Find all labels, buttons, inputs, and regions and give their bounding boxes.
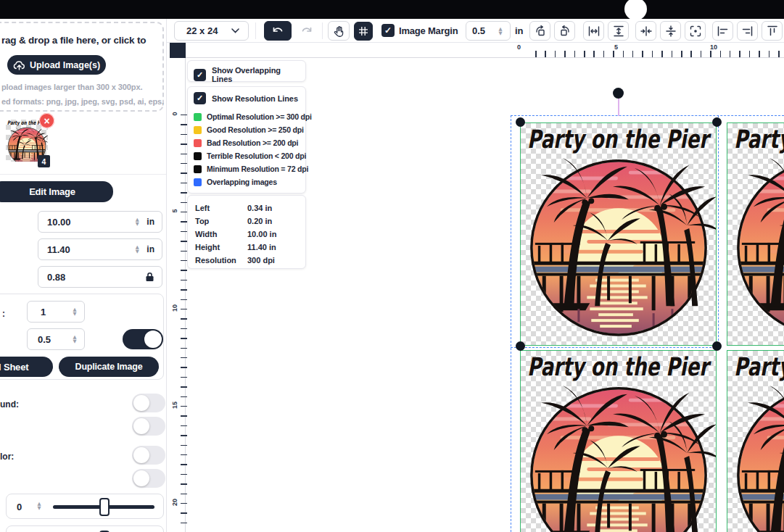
align-right-icon [742, 26, 753, 36]
spinner-down-icon[interactable]: ▼ [136, 249, 139, 254]
divider [0, 174, 167, 175]
selection-bottom-edge [511, 347, 719, 348]
center-vertical-button[interactable] [660, 21, 681, 41]
resize-handle-top-left[interactable] [516, 117, 525, 127]
image-margin-checkbox[interactable]: ✓ [381, 24, 395, 37]
info-row: Width 10.00 in [195, 228, 298, 241]
fill-sheet-button[interactable]: ll Sheet [0, 357, 53, 377]
undo-icon [272, 26, 284, 36]
upload-images-button[interactable]: Upload Image(s) [7, 55, 106, 75]
show-overlapping-lines-checkbox[interactable]: ✓ [194, 69, 206, 81]
image-margin-field[interactable]: 0.5 ▲▼ [466, 21, 511, 41]
ruler-label: 0 [171, 107, 178, 120]
artwork [521, 123, 716, 345]
selection-left-guide [511, 115, 511, 532]
chevron-down-icon [231, 28, 239, 33]
slider-value[interactable]: 0 [17, 502, 22, 512]
vertical-ruler: 0 5 10 15 20 [170, 43, 186, 532]
duplicate-image-button[interactable]: Duplicate Image [59, 357, 159, 377]
rotation-handle[interactable] [613, 88, 624, 99]
spinner-down-icon[interactable]: ▼ [38, 506, 41, 510]
legend-label: Optimal Resolution >= 300 dpi [207, 112, 312, 121]
overlap-lines-panel: ✓ Show Overlapping Lines [187, 60, 306, 82]
grid-button[interactable] [354, 22, 373, 41]
quantity-stepper[interactable]: ▲▼ [70, 307, 80, 316]
upload-hint-size: pload images larger than 300 x 300px. [1, 83, 142, 91]
align-left-button[interactable] [712, 21, 733, 41]
height-value[interactable]: 11.40 [38, 244, 132, 255]
quantity-value[interactable]: 1 [28, 307, 70, 317]
horizontal-ruler-ticks [535, 51, 784, 57]
toggle-knob [133, 395, 149, 411]
stretch-height-button[interactable] [608, 21, 629, 41]
uploaded-image-thumbnail[interactable]: × 4 [6, 120, 48, 162]
lock-icon[interactable] [145, 272, 154, 282]
rotate-left-button[interactable] [529, 21, 550, 41]
align-top-button[interactable] [762, 21, 783, 41]
info-value: 300 dpi [247, 256, 275, 265]
sheet-image-3[interactable] [520, 350, 717, 532]
width-stepper[interactable]: ▲▼ [132, 217, 142, 226]
toggle-3[interactable] [132, 446, 165, 465]
sheet-image-2[interactable] [727, 122, 784, 346]
check-icon: ✓ [197, 70, 203, 80]
scale-value[interactable]: 0.88 [38, 272, 145, 283]
legend-item: Bad Resolution >= 200 dpi [194, 136, 300, 149]
toggle-2[interactable] [132, 417, 165, 436]
rotate-right-button[interactable] [554, 21, 575, 41]
sheet-image-4[interactable] [727, 350, 784, 532]
remove-image-icon[interactable]: × [39, 113, 54, 128]
resize-handle-top-right[interactable] [712, 117, 722, 127]
redo-button[interactable] [295, 21, 318, 41]
align-right-button[interactable] [737, 21, 758, 41]
color-toggle-label: lor: [0, 452, 14, 462]
width-value[interactable]: 10.00 [38, 217, 132, 228]
auto-arrange-toggle[interactable] [123, 329, 163, 349]
center-on-sheet-button[interactable] [685, 21, 706, 41]
resize-handle-bottom-right[interactable] [712, 341, 722, 351]
width-field[interactable]: 10.00 ▲▼ in [38, 211, 162, 233]
info-value: 0.34 in [247, 204, 272, 212]
ruler-label: 15 [171, 399, 178, 412]
height-field[interactable]: 11.40 ▲▼ in [38, 238, 162, 260]
check-icon: ✓ [197, 93, 203, 103]
info-row: Resolution 300 dpi [195, 254, 298, 267]
spinner-down-icon[interactable]: ▼ [136, 222, 139, 226]
height-unit: in [147, 244, 162, 254]
undo-button[interactable] [264, 21, 292, 41]
info-value: 11.40 in [247, 243, 276, 252]
margin-field[interactable]: 0.5 ▲▼ [27, 328, 85, 350]
toggle-1[interactable] [132, 394, 165, 412]
stretch-width-button[interactable] [583, 21, 604, 41]
sheet-size-dropdown[interactable]: 22 x 24 [174, 21, 249, 41]
design-canvas[interactable]: 0 5 10 15 20 0 5 10 ✓ Show Overlapping L… [167, 43, 784, 532]
image-margin-stepper[interactable]: ▲▼ [495, 27, 506, 36]
scale-field[interactable]: 0.88 [38, 266, 162, 288]
toggle-4[interactable] [132, 469, 165, 488]
quantity-field[interactable]: 1 ▲▼ [27, 301, 85, 323]
slider-handle[interactable] [99, 498, 110, 516]
ruler-label: 5 [171, 204, 178, 217]
floating-circle-button[interactable] [624, 0, 647, 20]
edit-image-button[interactable]: Edit Image [0, 181, 113, 202]
center-horizontal-button[interactable] [635, 21, 656, 41]
info-row: Top 0.20 in [195, 215, 298, 228]
image-count-badge: 4 [38, 155, 50, 167]
show-resolution-lines-checkbox[interactable]: ✓ [194, 92, 206, 104]
show-resolution-lines-label: Show Resolution Lines [212, 94, 298, 103]
upload-dropzone[interactable]: rag & drop a file here, or click to Uplo… [0, 22, 164, 112]
image-margin-value[interactable]: 0.5 [472, 25, 495, 36]
legend-swatch-minimum [194, 165, 202, 173]
pan-hand-button[interactable] [328, 21, 350, 41]
resize-handle-bottom-left[interactable] [516, 341, 525, 351]
spinner-down-icon[interactable]: ▼ [499, 31, 503, 36]
rotation-handle-stick [618, 99, 619, 116]
margin-value[interactable]: 0.5 [28, 334, 70, 345]
spinner-down-icon[interactable]: ▼ [73, 339, 77, 344]
sheet-image-1-selected[interactable] [520, 122, 717, 346]
slider-stepper[interactable]: ▲▼ [34, 502, 44, 510]
legend-swatch-overlap [194, 178, 202, 186]
spinner-down-icon[interactable]: ▼ [73, 312, 77, 316]
margin-stepper[interactable]: ▲▼ [70, 335, 80, 344]
height-stepper[interactable]: ▲▼ [132, 245, 142, 254]
